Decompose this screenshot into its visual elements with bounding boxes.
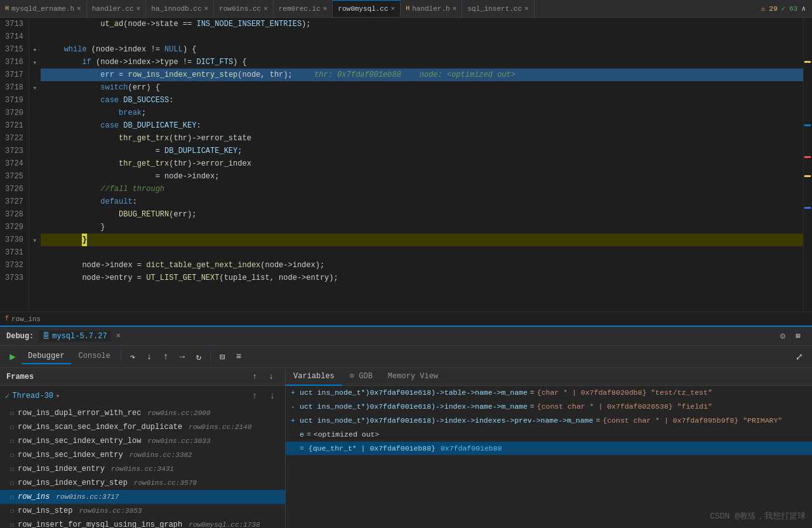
breadcrumb: f row_ins [0, 312, 812, 326]
var-val-0: {char * | 0x7fdaf8020db8} "test/tz_test" [537, 388, 712, 397]
frame-item-3[interactable]: ☐ row_ins_sec_index_entry row0ins.cc:338… [0, 448, 285, 462]
var-eq-1: = [530, 402, 535, 411]
fold-3730[interactable]: ▾ [29, 234, 41, 246]
tab-close-5[interactable]: × [391, 5, 396, 13]
step-out-btn[interactable]: ↑ [158, 349, 173, 364]
fold-3716[interactable]: ▾ [29, 56, 41, 69]
chevron-up-icon[interactable]: ∧ [801, 4, 806, 13]
scroll-dot-1 [804, 61, 811, 63]
frame-item-5[interactable]: ☐ row_ins_index_entry_step row0ins.cc:35… [0, 476, 285, 490]
code-line-3724: thr_get_trx(thr)->error_index [41, 157, 803, 170]
frame-icon-6: ☐ [10, 493, 14, 501]
var-expand-0[interactable]: + [291, 388, 300, 397]
check-icon: ✓ [782, 4, 786, 13]
session-db-icon: 🗄 [43, 332, 50, 340]
warning-icon: ⚠ [761, 4, 766, 13]
scroll-dot-5 [804, 207, 811, 209]
frame-name-0: row_ins_dupl_error_with_rec [18, 409, 141, 418]
frame-item-2[interactable]: ☐ row_ins_sec_index_entry_low row0ins.cc… [0, 434, 285, 448]
tab-mysqld-ername[interactable]: H mysqld_ername.h × [0, 0, 87, 18]
frame-item-6[interactable]: ☐ row_ins row0ins.cc:3717 [0, 490, 285, 504]
frame-loc-5: row0ins.cc:3579 [134, 479, 197, 487]
tab-close-3[interactable]: × [263, 5, 268, 13]
tab-row0ins[interactable]: row0ins.cc × [214, 0, 274, 18]
frame-up-btn[interactable]: ↑ [247, 369, 262, 385]
var-row-1[interactable]: - uct ins_node_t*)0x7fdaf001e618)->index… [286, 400, 812, 414]
code-line-3719: case DB_SUCCESS: [41, 94, 803, 107]
fold-3715[interactable]: ▾ [29, 43, 41, 56]
var-name-4: = {que_thr_t* | 0x7fdaf001eb88} [300, 444, 436, 452]
code-line-3718: switch(err) { [41, 81, 803, 94]
debug-resume-btn[interactable]: ▶ [5, 349, 20, 364]
console-tab[interactable]: Console [72, 349, 117, 364]
debugger-tab[interactable]: Debugger [22, 349, 71, 364]
var-row-3[interactable]: e = <optimized out> [286, 428, 812, 442]
var-row-4[interactable]: = {que_thr_t* | 0x7fdaf001eb88} 0x7fdaf0… [286, 442, 812, 456]
var-tab-bar: Variables ⊙ GDB Memory View [286, 368, 812, 386]
gdb-tab[interactable]: ⊙ GDB [342, 368, 380, 386]
thread-nav-up[interactable]: ↑ [247, 388, 262, 404]
tab-handler-h[interactable]: H handler.h × [401, 0, 462, 18]
code-line-3722: thr_get_trx(thr)->error_state [41, 132, 803, 145]
thread-nav-down[interactable]: ↓ [265, 388, 280, 404]
debug-session-close[interactable]: × [116, 332, 121, 341]
frame-icon-8: ☐ [10, 521, 14, 528]
step-back-btn[interactable]: → [175, 349, 190, 364]
tab-close-1[interactable]: × [136, 5, 141, 13]
code-line-3726: //fall through [41, 183, 803, 195]
frame-loc-0: row0ins.cc:2008 [147, 409, 210, 417]
var-expand-2[interactable]: + [291, 416, 300, 425]
scroll-dot-4 [804, 175, 811, 177]
frame-down-btn[interactable]: ↓ [263, 369, 279, 385]
frame-name-1: row_ins_scan_sec_index_for_duplicate [18, 423, 182, 432]
var-row-2[interactable]: + uct ins_node_t*)0x7fdaf001e618)->index… [286, 414, 812, 428]
frame-item-4[interactable]: ☐ row_ins_index_entry row0ins.cc:3431 [0, 462, 285, 476]
debug-layout-icon[interactable]: ⊞ [790, 329, 806, 344]
tab-bar: H mysqld_ername.h × handler.cc × ha_inno… [0, 0, 812, 18]
var-row-0[interactable]: + uct ins_node_t*)0x7fdaf001e618)->table… [286, 386, 812, 400]
settings-icon[interactable]: ⚙ [780, 331, 785, 341]
frame-name-5: row_ins_index_entry_step [18, 478, 128, 487]
tab-rem0rec[interactable]: rem0rec.ic × [274, 0, 333, 18]
code-line-3713: ut_ad(node->state == INS_NODE_INSERT_ENT… [41, 18, 803, 30]
tab-close-2[interactable]: × [204, 5, 209, 13]
frame-loc-6: row0ins.cc:3717 [56, 493, 119, 501]
frame-icon-3: ☐ [10, 451, 14, 459]
frame-item-1[interactable]: ☐ row_ins_scan_sec_index_for_duplicate r… [0, 420, 285, 434]
frame-item-8[interactable]: ☐ row_insert_for_mysql_using_ins_graph r… [0, 518, 285, 528]
step-into-btn[interactable]: ↓ [142, 349, 157, 364]
list-view-btn[interactable]: ≡ [231, 349, 246, 364]
more-steps-btn[interactable]: ↻ [191, 349, 206, 364]
table-view-btn[interactable]: ⊟ [215, 349, 230, 364]
step-over-btn[interactable]: ↷ [125, 349, 140, 364]
var-name-1: uct ins_node_t*)0x7fdaf001e618)->index->… [300, 402, 528, 411]
variables-panel: Variables ⊙ GDB Memory View + uct ins_no… [286, 368, 812, 528]
code-line-3730: } [41, 234, 803, 246]
variables-tab[interactable]: Variables [286, 368, 342, 386]
thread-name: Thread-30 [12, 392, 53, 400]
frame-name-6: row_ins [18, 492, 50, 501]
tab-close-6[interactable]: × [453, 5, 457, 13]
frames-panel: Frames ↑ ↓ ✓ Thread-30 ▾ ↑ ↓ ☐ row_ins_d… [0, 368, 286, 528]
frames-header: Frames ↑ ↓ [0, 368, 285, 386]
tab-handler-cc[interactable]: handler.cc × [87, 0, 147, 18]
memory-view-tab[interactable]: Memory View [380, 368, 446, 386]
tab-close-7[interactable]: × [524, 5, 529, 13]
tab-sql-insert[interactable]: sql_insert.cc × [462, 0, 534, 18]
code-line-3721: case DB_DUPLICATE_KEY: [41, 119, 803, 132]
code-line-3717: err = row_ins_index_entry_step(node, thr… [41, 69, 803, 81]
tab-row0mysql[interactable]: row0mysql.cc × [333, 0, 401, 18]
code-line-3720: break; [41, 107, 803, 119]
fold-3718[interactable]: ▾ [29, 81, 41, 94]
var-expand-1[interactable]: - [291, 402, 300, 411]
code-line-3728: DBUG_RETURN(err); [41, 208, 803, 221]
tab-ha-innodb[interactable]: ha_innodb.cc × [146, 0, 214, 18]
code-line-3729: } [41, 221, 803, 234]
tab-close-0[interactable]: × [77, 5, 81, 13]
thread-dropdown-icon[interactable]: ▾ [56, 392, 60, 400]
expand-panel-btn[interactable]: ⤢ [792, 349, 807, 364]
frame-item-0[interactable]: ☐ row_ins_dupl_error_with_rec row0ins.cc… [0, 406, 285, 420]
frame-loc-1: row0ins.cc:2140 [189, 423, 251, 431]
frame-item-7[interactable]: ☐ row_ins_step row0ins.cc:3853 [0, 504, 285, 518]
tab-close-4[interactable]: × [323, 5, 328, 13]
